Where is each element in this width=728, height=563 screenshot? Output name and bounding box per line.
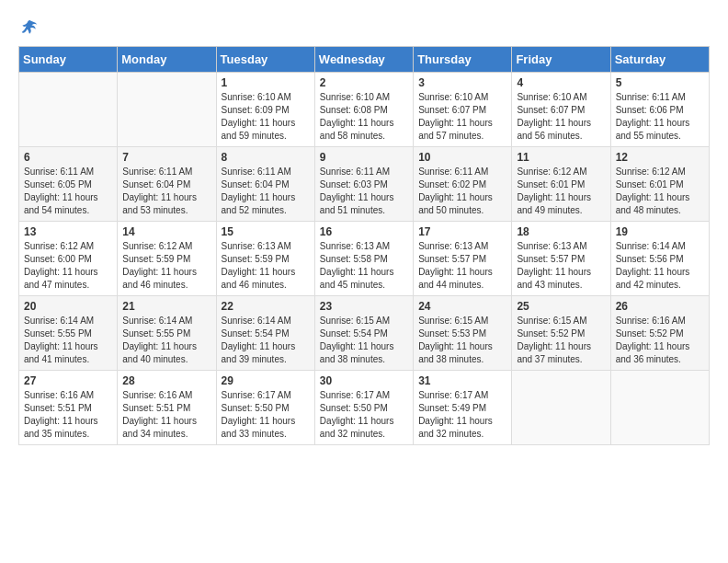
day-number: 14: [122, 225, 210, 238]
day-number: 29: [222, 374, 310, 387]
calendar-cell: 3Sunrise: 6:10 AM Sunset: 6:07 PM Daylig…: [414, 73, 512, 147]
calendar-cell: 14Sunrise: 6:12 AM Sunset: 5:59 PM Dayli…: [118, 222, 216, 296]
weekday-header-wednesday: Wednesday: [314, 47, 413, 73]
day-number: 13: [24, 225, 112, 238]
day-number: 6: [24, 151, 112, 164]
day-number: 3: [418, 76, 506, 89]
calendar-cell: 16Sunrise: 6:13 AM Sunset: 5:58 PM Dayli…: [314, 222, 413, 296]
day-number: 18: [517, 225, 605, 238]
day-info: Sunrise: 6:15 AM Sunset: 5:53 PM Dayligh…: [418, 315, 506, 366]
day-number: 27: [24, 374, 112, 387]
calendar-cell: 15Sunrise: 6:13 AM Sunset: 5:59 PM Dayli…: [216, 222, 314, 296]
logo-bird-icon: [20, 18, 39, 37]
day-info: Sunrise: 6:10 AM Sunset: 6:09 PM Dayligh…: [222, 91, 310, 143]
day-number: 28: [122, 374, 210, 387]
calendar-cell: [610, 371, 709, 445]
weekday-header-monday: Monday: [118, 47, 216, 73]
day-number: 21: [122, 300, 210, 313]
calendar-cell: 19Sunrise: 6:14 AM Sunset: 5:56 PM Dayli…: [610, 222, 709, 296]
calendar-week-3: 13Sunrise: 6:12 AM Sunset: 6:00 PM Dayli…: [19, 222, 710, 296]
calendar-cell: 24Sunrise: 6:15 AM Sunset: 5:53 PM Dayli…: [414, 296, 512, 371]
calendar-cell: 11Sunrise: 6:12 AM Sunset: 6:01 PM Dayli…: [512, 147, 610, 222]
day-info: Sunrise: 6:12 AM Sunset: 6:01 PM Dayligh…: [616, 166, 704, 217]
day-info: Sunrise: 6:16 AM Sunset: 5:52 PM Dayligh…: [616, 315, 704, 366]
day-number: 2: [320, 76, 408, 89]
day-number: 1: [222, 76, 310, 89]
day-info: Sunrise: 6:10 AM Sunset: 6:08 PM Dayligh…: [320, 91, 408, 143]
calendar-cell: [19, 73, 118, 147]
calendar-cell: 4Sunrise: 6:10 AM Sunset: 6:07 PM Daylig…: [512, 73, 610, 147]
calendar-cell: 23Sunrise: 6:15 AM Sunset: 5:54 PM Dayli…: [314, 296, 413, 371]
day-info: Sunrise: 6:17 AM Sunset: 5:50 PM Dayligh…: [222, 389, 310, 441]
calendar-week-4: 20Sunrise: 6:14 AM Sunset: 5:55 PM Dayli…: [19, 296, 710, 371]
day-number: 4: [517, 76, 605, 89]
day-info: Sunrise: 6:15 AM Sunset: 5:54 PM Dayligh…: [320, 315, 408, 366]
calendar-cell: 2Sunrise: 6:10 AM Sunset: 6:08 PM Daylig…: [314, 73, 413, 147]
calendar-cell: 29Sunrise: 6:17 AM Sunset: 5:50 PM Dayli…: [216, 371, 314, 445]
day-info: Sunrise: 6:13 AM Sunset: 5:58 PM Dayligh…: [320, 240, 408, 292]
day-number: 5: [616, 76, 704, 89]
day-info: Sunrise: 6:12 AM Sunset: 6:00 PM Dayligh…: [24, 240, 112, 292]
day-info: Sunrise: 6:10 AM Sunset: 6:07 PM Dayligh…: [418, 91, 506, 143]
calendar-cell: 27Sunrise: 6:16 AM Sunset: 5:51 PM Dayli…: [19, 371, 118, 445]
calendar-cell: 13Sunrise: 6:12 AM Sunset: 6:00 PM Dayli…: [19, 222, 118, 296]
day-number: 16: [320, 225, 408, 238]
day-info: Sunrise: 6:14 AM Sunset: 5:56 PM Dayligh…: [616, 240, 704, 292]
calendar-week-5: 27Sunrise: 6:16 AM Sunset: 5:51 PM Dayli…: [19, 371, 710, 445]
day-number: 19: [616, 225, 704, 238]
day-info: Sunrise: 6:14 AM Sunset: 5:55 PM Dayligh…: [24, 315, 112, 366]
calendar-table: SundayMondayTuesdayWednesdayThursdayFrid…: [18, 46, 710, 445]
day-number: 12: [616, 151, 704, 164]
day-info: Sunrise: 6:10 AM Sunset: 6:07 PM Dayligh…: [517, 91, 605, 143]
day-number: 22: [222, 300, 310, 313]
calendar-cell: 25Sunrise: 6:15 AM Sunset: 5:52 PM Dayli…: [512, 296, 610, 371]
calendar-cell: 26Sunrise: 6:16 AM Sunset: 5:52 PM Dayli…: [610, 296, 709, 371]
calendar-cell: 22Sunrise: 6:14 AM Sunset: 5:54 PM Dayli…: [216, 296, 314, 371]
day-info: Sunrise: 6:17 AM Sunset: 5:50 PM Dayligh…: [320, 389, 408, 441]
day-info: Sunrise: 6:11 AM Sunset: 6:03 PM Dayligh…: [320, 166, 408, 217]
calendar-cell: 28Sunrise: 6:16 AM Sunset: 5:51 PM Dayli…: [118, 371, 216, 445]
calendar-week-1: 1Sunrise: 6:10 AM Sunset: 6:09 PM Daylig…: [19, 73, 710, 147]
day-number: 17: [418, 225, 506, 238]
calendar-cell: 10Sunrise: 6:11 AM Sunset: 6:02 PM Dayli…: [414, 147, 512, 222]
day-info: Sunrise: 6:17 AM Sunset: 5:49 PM Dayligh…: [418, 389, 506, 441]
day-number: 31: [418, 374, 506, 387]
calendar-cell: 8Sunrise: 6:11 AM Sunset: 6:04 PM Daylig…: [216, 147, 314, 222]
calendar-cell: [118, 73, 216, 147]
weekday-header-sunday: Sunday: [19, 47, 118, 73]
day-info: Sunrise: 6:13 AM Sunset: 5:59 PM Dayligh…: [222, 240, 310, 292]
calendar-cell: 31Sunrise: 6:17 AM Sunset: 5:49 PM Dayli…: [414, 371, 512, 445]
day-info: Sunrise: 6:12 AM Sunset: 6:01 PM Dayligh…: [517, 166, 605, 217]
day-number: 9: [320, 151, 408, 164]
day-number: 20: [24, 300, 112, 313]
day-info: Sunrise: 6:16 AM Sunset: 5:51 PM Dayligh…: [122, 389, 210, 441]
day-number: 26: [616, 300, 704, 313]
calendar-cell: 18Sunrise: 6:13 AM Sunset: 5:57 PM Dayli…: [512, 222, 610, 296]
page-header: [18, 18, 710, 37]
day-info: Sunrise: 6:11 AM Sunset: 6:02 PM Dayligh…: [418, 166, 506, 217]
day-info: Sunrise: 6:14 AM Sunset: 5:55 PM Dayligh…: [122, 315, 210, 366]
day-info: Sunrise: 6:15 AM Sunset: 5:52 PM Dayligh…: [517, 315, 605, 366]
calendar-cell: 21Sunrise: 6:14 AM Sunset: 5:55 PM Dayli…: [118, 296, 216, 371]
calendar-cell: 7Sunrise: 6:11 AM Sunset: 6:04 PM Daylig…: [118, 147, 216, 222]
day-info: Sunrise: 6:11 AM Sunset: 6:06 PM Dayligh…: [616, 91, 704, 143]
day-number: 11: [517, 151, 605, 164]
day-info: Sunrise: 6:12 AM Sunset: 5:59 PM Dayligh…: [122, 240, 210, 292]
day-number: 23: [320, 300, 408, 313]
day-number: 15: [222, 225, 310, 238]
calendar-cell: 6Sunrise: 6:11 AM Sunset: 6:05 PM Daylig…: [19, 147, 118, 222]
weekday-header-row: SundayMondayTuesdayWednesdayThursdayFrid…: [19, 47, 710, 73]
day-number: 10: [418, 151, 506, 164]
day-info: Sunrise: 6:13 AM Sunset: 5:57 PM Dayligh…: [418, 240, 506, 292]
day-number: 25: [517, 300, 605, 313]
weekday-header-tuesday: Tuesday: [216, 47, 314, 73]
logo: [18, 18, 40, 37]
calendar-week-2: 6Sunrise: 6:11 AM Sunset: 6:05 PM Daylig…: [19, 147, 710, 222]
day-number: 30: [320, 374, 408, 387]
day-number: 8: [222, 151, 310, 164]
calendar-cell: 20Sunrise: 6:14 AM Sunset: 5:55 PM Dayli…: [19, 296, 118, 371]
calendar-cell: 30Sunrise: 6:17 AM Sunset: 5:50 PM Dayli…: [314, 371, 413, 445]
calendar-cell: 9Sunrise: 6:11 AM Sunset: 6:03 PM Daylig…: [314, 147, 413, 222]
calendar-cell: [512, 371, 610, 445]
weekday-header-thursday: Thursday: [414, 47, 512, 73]
